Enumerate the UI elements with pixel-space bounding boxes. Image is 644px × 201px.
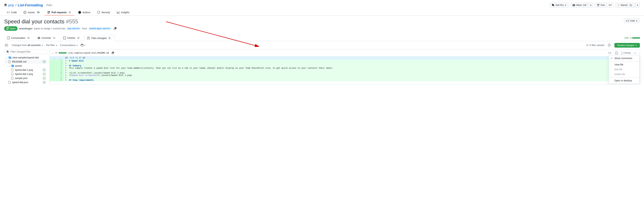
conversations-dropdown[interactable]: Conversations ▼: [60, 44, 78, 46]
tab-commits[interactable]: Commits 1: [34, 35, 59, 41]
sidebar-toggle-icon[interactable]: [4, 43, 9, 48]
tree-file[interactable]: Speed dial 2.png+: [4, 72, 47, 76]
kebab-icon[interactable]: ⋯: [633, 50, 638, 55]
tab-security-label: Security: [101, 11, 110, 14]
tab-actions[interactable]: Actions: [76, 10, 93, 15]
chevron-down-icon: ⌄: [6, 56, 8, 59]
diff-line-addition: 9+ ## View requirements: [50, 79, 640, 81]
head-branch[interactable]: anandragav:master: [88, 27, 111, 30]
copy-path-icon[interactable]: [110, 50, 115, 55]
checks-count: 0: [76, 37, 80, 39]
svg-rect-1: [5, 44, 8, 46]
changes-from-label: Changes from: [12, 44, 27, 46]
chevron-down-icon: ▼: [42, 44, 43, 46]
tab-security[interactable]: Security: [94, 10, 113, 15]
chevron-down-icon: ▼: [635, 44, 637, 46]
collapse-icon[interactable]: ⌄: [52, 51, 54, 54]
diff-line-addition: 1+ # Speed dial: [50, 60, 640, 62]
changes-from-value: all commits: [28, 44, 41, 46]
eye-icon: [572, 4, 575, 6]
base-branch[interactable]: pnp:master: [67, 27, 81, 30]
watch-button[interactable]: Watch 130: [570, 3, 588, 7]
review-changes-button[interactable]: Review changes ▼: [614, 43, 640, 48]
tab-code[interactable]: Code: [4, 10, 20, 15]
tab-checks[interactable]: Checks 0: [60, 35, 83, 41]
menu-show-comments[interactable]: ✓ Show comments: [609, 56, 640, 61]
pr-state-label: Open: [10, 27, 16, 30]
added-badge: +: [43, 60, 46, 63]
tree-folder-root[interactable]: ⌄ view-samples/speed-dial: [4, 55, 47, 60]
edit-pins-button[interactable]: Edit Pins ▼: [550, 3, 569, 7]
code-icon: [626, 19, 629, 22]
repo-owner-link[interactable]: pnp: [8, 3, 14, 7]
info-icon[interactable]: [607, 43, 612, 48]
fork-icon: [597, 4, 600, 6]
source-view-icon[interactable]: [607, 50, 612, 55]
repo-name-link[interactable]: List-Formatting: [18, 3, 43, 7]
star-count: 1k: [628, 4, 633, 6]
tree-item-label: sample.json: [15, 77, 28, 80]
star-dropdown[interactable]: ▼: [635, 3, 640, 7]
menu-open-desktop[interactable]: Open in desktop: [609, 78, 640, 83]
rendered-view-icon[interactable]: [614, 50, 619, 55]
fork-button[interactable]: Fork 617: [594, 3, 614, 7]
repo-actions: Edit Pins ▼ Watch 130 ▼ Fork 617 ★ Starr…: [550, 3, 640, 7]
tree-item-label: Speed dial 1.png: [15, 69, 33, 71]
checklist-icon: [63, 37, 66, 39]
added-badge: +: [43, 77, 46, 79]
menu-view-file[interactable]: View file: [609, 62, 640, 67]
fork-count: 617: [607, 3, 614, 7]
tab-checks-label: Checks: [67, 37, 75, 39]
code-dropdown-button[interactable]: Code ▼: [624, 18, 640, 23]
tab-pulls[interactable]: Pull requests 3: [44, 10, 74, 15]
diff-line-addition: 4+ This sample creates a speed dial list…: [50, 67, 640, 69]
commits-count: 1: [52, 37, 56, 39]
commit-icon: [38, 37, 40, 39]
file-filter-dropdown[interactable]: File filter ▼: [46, 44, 58, 46]
copy-icon[interactable]: [113, 26, 118, 31]
gear-icon[interactable]: ▼: [81, 43, 86, 48]
search-input[interactable]: [10, 50, 44, 53]
issue-icon: [24, 11, 26, 14]
issues-count: 58: [36, 11, 40, 13]
diff-body: ...... @@ -0,0 +1,37 @@ 1+ # Speed dial2…: [50, 56, 640, 81]
diff-panel: ⌄ 37 view-samples/speed-dial/README.md V…: [50, 49, 640, 84]
star-button[interactable]: ★ Starred 1k: [616, 3, 635, 7]
tree-file[interactable]: speed-dial.json+: [4, 80, 47, 84]
star-icon: ★: [618, 4, 620, 6]
review-changes-label: Review changes: [617, 44, 634, 46]
diff-line-addition: 7+ ![Speed dial screenshot](./assets/Spe…: [50, 74, 640, 76]
tree-file[interactable]: Speed dial 1.png+: [4, 68, 47, 72]
tree-item-label: Speed dial 2.png: [15, 73, 33, 75]
tab-conversation[interactable]: Conversation 0: [4, 35, 33, 41]
viewed-checkbox[interactable]: Viewed: [621, 52, 631, 54]
tree-file[interactable]: README.md+: [4, 60, 47, 64]
viewed-checkbox-input[interactable]: [621, 52, 623, 54]
pr-icon: [6, 27, 9, 30]
diffstat: +205 −0: [624, 35, 640, 41]
pr-number: #555: [66, 18, 78, 24]
pr-author[interactable]: anandragav: [19, 27, 32, 30]
comment-icon: [7, 37, 10, 39]
chevron-down-icon: ▼: [590, 4, 592, 6]
file-filter-search[interactable]: [4, 49, 47, 54]
tree-item-label: assets: [15, 64, 22, 67]
tree-item-label: README.md: [12, 60, 26, 63]
diff-file-path[interactable]: view-samples/speed-dial/README.md: [68, 52, 109, 54]
tab-files[interactable]: Files changed 5: [84, 35, 114, 41]
watch-dropdown[interactable]: ▼: [588, 3, 593, 7]
tree-folder[interactable]: ⌄assets: [4, 64, 47, 68]
shield-icon: [97, 11, 100, 14]
play-icon: [78, 11, 81, 14]
viewed-status: 0 / 5 files viewed: [586, 44, 604, 46]
star-button-group: ★ Starred 1k ▼: [616, 3, 640, 7]
tree-file[interactable]: sample.json+: [4, 76, 47, 80]
fork-label: Fork: [601, 4, 605, 6]
tab-insights[interactable]: Insights: [114, 10, 132, 15]
added-badge: +: [43, 73, 46, 75]
tab-insights-label: Insights: [121, 11, 130, 14]
chevron-down-icon: ▼: [636, 20, 638, 22]
tab-issues[interactable]: Issues 58: [21, 10, 43, 15]
changes-from-dropdown[interactable]: Changes from all commits ▼: [12, 44, 43, 46]
search-icon: [6, 50, 9, 53]
